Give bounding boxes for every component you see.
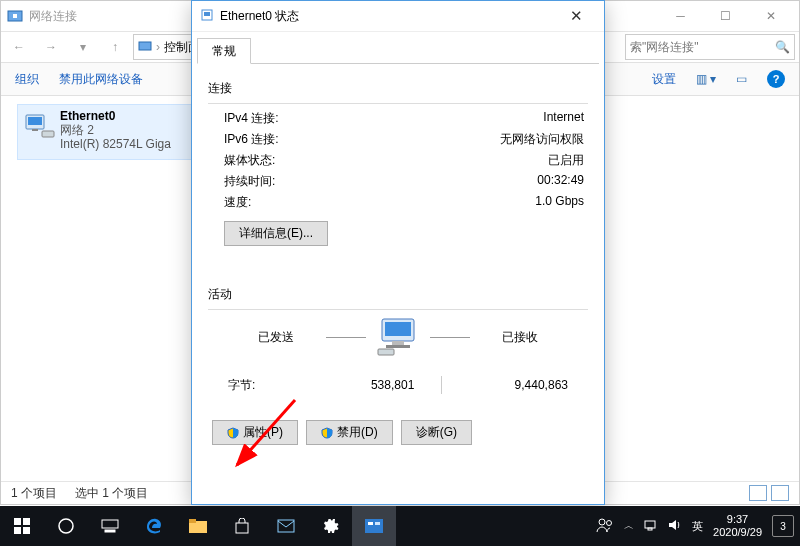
bytes-recv: 9,440,863	[468, 378, 568, 392]
preview-pane-icon[interactable]: ▭	[736, 72, 747, 86]
svg-rect-23	[189, 519, 196, 523]
toolbar-settings[interactable]: 设置	[652, 71, 676, 88]
svg-point-30	[607, 521, 612, 526]
adapter-network: 网络 2	[60, 123, 171, 137]
properties-button-label: 属性(P)	[243, 424, 283, 441]
svg-point-19	[59, 519, 73, 533]
activity-diagram: 已发送 已接收	[208, 318, 588, 356]
svg-rect-1	[13, 14, 17, 18]
svg-rect-10	[385, 322, 411, 336]
cortana-icon[interactable]	[44, 506, 88, 546]
address-icon	[138, 39, 152, 56]
file-explorer-icon[interactable]	[176, 506, 220, 546]
disable-button-label: 禁用(D)	[337, 424, 378, 441]
item-count: 1 个项目	[11, 485, 57, 502]
tab-general[interactable]: 常规	[197, 38, 251, 64]
svg-rect-2	[139, 42, 151, 50]
svg-rect-11	[392, 341, 404, 345]
section-connection: 连接	[208, 80, 588, 97]
forward-button[interactable]: →	[37, 35, 65, 59]
help-icon[interactable]: ?	[767, 70, 785, 88]
people-icon[interactable]	[596, 517, 614, 535]
shield-icon	[321, 427, 333, 439]
clock-time: 9:37	[713, 513, 762, 526]
properties-button[interactable]: 属性(P)	[212, 420, 298, 445]
svg-rect-21	[105, 530, 115, 532]
media-state-value: 已启用	[548, 152, 584, 169]
svg-rect-8	[204, 12, 210, 16]
adapter-icon	[20, 107, 60, 147]
ipv4-value: Internet	[543, 110, 584, 127]
edge-icon[interactable]	[132, 506, 176, 546]
store-icon[interactable]	[220, 506, 264, 546]
svg-rect-5	[32, 129, 38, 131]
ipv6-label: IPv6 连接:	[224, 131, 279, 148]
svg-rect-4	[28, 117, 42, 125]
tray-chevron-icon[interactable]: ︿	[624, 519, 634, 533]
media-state-label: 媒体状态:	[224, 152, 275, 169]
history-dropdown[interactable]: ▾	[69, 35, 97, 59]
svg-rect-27	[368, 522, 373, 525]
svg-rect-28	[375, 522, 380, 525]
view-large-icon[interactable]	[771, 485, 789, 501]
svg-rect-26	[365, 519, 383, 533]
svg-rect-18	[23, 527, 30, 534]
duration-value: 00:32:49	[537, 173, 584, 190]
settings-icon[interactable]	[308, 506, 352, 546]
bytes-label: 字节:	[228, 377, 288, 394]
shield-icon	[227, 427, 239, 439]
ime-indicator[interactable]: 英	[692, 519, 703, 534]
separator	[441, 376, 442, 394]
control-panel-taskbar-icon[interactable]	[352, 506, 396, 546]
maximize-button[interactable]: ☐	[703, 2, 748, 30]
window-icon	[7, 8, 23, 24]
details-button[interactable]: 详细信息(E)...	[224, 221, 328, 246]
clock-date: 2020/9/29	[713, 526, 762, 539]
search-input[interactable]: 索"网络连接" 🔍	[625, 34, 795, 60]
recv-label: 已接收	[480, 329, 560, 346]
search-icon: 🔍	[775, 40, 790, 54]
diagnose-button[interactable]: 诊断(G)	[401, 420, 472, 445]
task-view-icon[interactable]	[88, 506, 132, 546]
volume-icon[interactable]	[668, 519, 682, 533]
action-center-icon[interactable]: 3	[772, 515, 794, 537]
speed-value: 1.0 Gbps	[535, 194, 584, 211]
mail-icon[interactable]	[264, 506, 308, 546]
bytes-sent: 538,801	[314, 378, 414, 392]
svg-rect-32	[648, 528, 652, 530]
adapter-item-ethernet0[interactable]: Ethernet0 网络 2 Intel(R) 82574L Giga	[17, 104, 203, 160]
search-placeholder: 索"网络连接"	[630, 39, 699, 56]
svg-rect-13	[378, 349, 394, 355]
svg-rect-6	[42, 131, 54, 137]
speed-label: 速度:	[224, 194, 251, 211]
adapter-device: Intel(R) 82574L Giga	[60, 137, 171, 151]
organize-menu[interactable]: 组织	[15, 71, 39, 88]
svg-rect-31	[645, 521, 655, 528]
view-details-icon[interactable]	[749, 485, 767, 501]
notification-badge: 3	[780, 521, 786, 532]
disable-device-button[interactable]: 禁用此网络设备	[59, 71, 143, 88]
svg-rect-24	[236, 523, 248, 533]
view-dropdown-icon[interactable]: ▥ ▾	[696, 72, 716, 86]
clock[interactable]: 9:37 2020/9/29	[713, 513, 762, 539]
network-tray-icon[interactable]	[644, 519, 658, 533]
system-tray: ︿ 英 9:37 2020/9/29 3	[596, 513, 800, 539]
dialog-icon	[200, 8, 214, 25]
taskbar: ︿ 英 9:37 2020/9/29 3	[0, 506, 800, 546]
explorer-title-text: 网络连接	[29, 8, 77, 25]
up-button[interactable]: ↑	[101, 35, 129, 59]
dialog-title-text: Ethernet0 状态	[220, 8, 299, 25]
svg-rect-12	[386, 345, 410, 348]
dialog-close-button[interactable]: ✕	[556, 7, 596, 25]
svg-rect-16	[23, 518, 30, 525]
svg-rect-25	[278, 520, 294, 532]
back-button[interactable]: ←	[5, 35, 33, 59]
start-button[interactable]	[0, 506, 44, 546]
ipv4-label: IPv4 连接:	[224, 110, 279, 127]
close-button[interactable]: ✕	[748, 2, 793, 30]
minimize-button[interactable]: ─	[658, 2, 703, 30]
svg-rect-17	[14, 527, 21, 534]
duration-label: 持续时间:	[224, 173, 275, 190]
dialog-titlebar[interactable]: Ethernet0 状态 ✕	[192, 1, 604, 32]
disable-button[interactable]: 禁用(D)	[306, 420, 393, 445]
